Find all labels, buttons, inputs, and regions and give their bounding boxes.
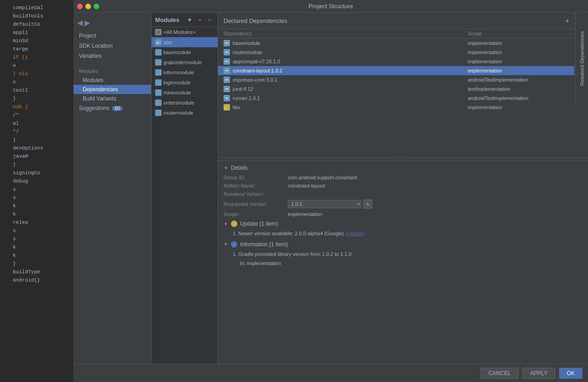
- modules-panel: Modules + − − <All Modules> A app: [151, 13, 218, 364]
- update-chevron-icon: ▼: [224, 221, 228, 227]
- svg-text:L: L: [225, 106, 227, 110]
- detail-group-id: Group ID: com.android.support.constraint: [224, 175, 574, 180]
- maximize-button[interactable]: [94, 4, 99, 9]
- dep-row-appcompat[interactable]: appcompat-v7:26.1.0 implementation: [218, 57, 574, 66]
- module-item-loginmodule[interactable]: loginmodule: [151, 78, 218, 88]
- dialog-footer: CANCEL APPLY OK: [73, 364, 588, 382]
- module-informmodule-label: informmodule: [163, 70, 194, 75]
- remove-module-button[interactable]: −: [196, 16, 204, 24]
- dialog-body: ◀ ▶ Project SDK Location Variables Modul…: [73, 13, 588, 364]
- all-modules-icon: [155, 29, 162, 35]
- nav-sub-item-dependencies[interactable]: Dependencies: [73, 85, 151, 94]
- update-link[interactable]: [Update]: [345, 231, 364, 236]
- traffic-lights: [77, 4, 99, 9]
- svg-rect-9: [156, 100, 161, 105]
- suggestions-row[interactable]: Suggestions 60: [73, 103, 151, 113]
- info-chevron-icon: ▼: [224, 242, 228, 247]
- module-item-app[interactable]: A app: [151, 37, 218, 47]
- module-item-informmodule[interactable]: informmodule: [151, 67, 218, 78]
- svg-rect-4: [156, 50, 161, 55]
- title-bar: Project Structure: [73, 0, 588, 13]
- module-basemodule-label: basemodule: [163, 50, 191, 55]
- resolved-tab-label: Resolved Dependencies: [579, 31, 585, 86]
- dep-row-routermodule[interactable]: routermodule implementation: [218, 48, 574, 57]
- minimize-button[interactable]: [85, 4, 91, 9]
- details-section-title: Details: [231, 165, 248, 171]
- dep-row-espresso-core[interactable]: espresso-core:3.0.1 androidTestImplement…: [218, 75, 574, 84]
- deps-table-header: Dependency Scope: [218, 29, 574, 39]
- modules-panel-header: Modules + − −: [151, 13, 218, 27]
- dependencies-table: Dependency Scope basemodule implementati…: [218, 29, 588, 157]
- dep-jar-icon: [224, 86, 230, 92]
- cancel-button[interactable]: CANCEL: [481, 368, 519, 379]
- details-panel: ▼ Details Group ID: com.android.support.…: [218, 161, 588, 273]
- update-section-toggle[interactable]: ▼ ↑ Update (1 item): [224, 221, 574, 227]
- panel-splitter[interactable]: ⁙⁙⁙: [218, 157, 588, 161]
- left-navigation: ◀ ▶ Project SDK Location Variables Modul…: [73, 13, 151, 364]
- information-section-toggle[interactable]: ▼ i Information (1 item): [224, 241, 574, 248]
- dep-jar-icon: [224, 40, 230, 46]
- nav-sub-item-build-variants[interactable]: Build Variants: [73, 94, 151, 103]
- suggestions-label: Suggestions: [79, 105, 109, 111]
- artifact-name-label: Artifact Name:: [224, 183, 288, 188]
- nav-sub-item-modules[interactable]: Modules: [73, 76, 151, 85]
- module-informmodule-icon: [155, 69, 162, 76]
- dep-name-libs: libs: [233, 105, 468, 110]
- module-app-label: app: [163, 39, 172, 45]
- module-routermodule-icon: [155, 110, 162, 116]
- dep-scope-constraint-layout: implementation: [468, 68, 569, 73]
- module-minemodule-icon: [155, 89, 162, 96]
- collapse-modules-button[interactable]: −: [206, 16, 214, 24]
- dep-row-runner[interactable]: runner:1.0.1 androidTestImplementation: [218, 94, 574, 103]
- details-section-toggle[interactable]: ▼ Details: [224, 165, 574, 171]
- add-dep-button[interactable]: +: [563, 17, 571, 25]
- group-id-label: Group ID:: [224, 175, 288, 180]
- update-item: 1. Newer version available: 2.0.0-alpha4…: [224, 230, 574, 238]
- module-item-basemodule[interactable]: basemodule: [151, 47, 218, 57]
- module-item-ordersmodule[interactable]: ordersmodule: [151, 98, 218, 108]
- module-loginmodule-label: loginmodule: [163, 80, 190, 85]
- detail-artifact-name: Artifact Name: constraint-layout: [224, 183, 574, 188]
- nav-item-variables[interactable]: Variables: [73, 51, 151, 61]
- close-button[interactable]: [77, 4, 83, 9]
- col-scope: Scope: [468, 31, 569, 36]
- module-item-minemodule[interactable]: minemodule: [151, 88, 218, 98]
- info-icon: i: [231, 241, 237, 248]
- module-grabordermodule-label: grabordermodule: [163, 60, 202, 65]
- dep-row-libs[interactable]: L libs implementation: [218, 103, 574, 112]
- dep-row-constraint-layout[interactable]: constraint-layout:1.0.2 implementation: [218, 66, 574, 75]
- dep-jar-icon: [224, 67, 230, 74]
- information-item-2: in: implementation: [224, 260, 574, 267]
- all-modules-item[interactable]: <All Modules>: [151, 27, 218, 37]
- suggestions-badge: 60: [112, 106, 123, 111]
- nav-item-project[interactable]: Project: [73, 31, 151, 41]
- dep-scope-basemodule: implementation: [468, 40, 569, 46]
- requested-version-row: Requested Version: 1.0.2 1.1.0 2.0.0-alp…: [224, 199, 574, 209]
- dep-name-runner: runner:1.0.1: [233, 95, 468, 101]
- information-item-1: 1. Gradle promoted library version from …: [224, 250, 574, 258]
- detail-scope: Scope: implementation: [224, 211, 574, 217]
- forward-arrow-icon[interactable]: ▶: [84, 18, 90, 27]
- update-icon: ↑: [231, 221, 237, 227]
- module-item-grabordermodule[interactable]: grabordermodule: [151, 57, 218, 67]
- version-select[interactable]: 1.0.2 1.1.0 2.0.0-alpha4: [288, 200, 361, 208]
- dep-row-basemodule[interactable]: basemodule implementation: [218, 39, 574, 48]
- module-item-routermodule[interactable]: routermodule: [151, 108, 218, 118]
- nav-section-modules: Modules: [73, 66, 151, 76]
- update-section: ▼ ↑ Update (1 item) 1. Newer version ava…: [224, 221, 574, 238]
- version-select-wrapper: 1.0.2 1.1.0 2.0.0-alpha4 ✎: [288, 199, 372, 209]
- resolved-dependencies-tab[interactable]: Resolved Dependencies: [575, 13, 588, 105]
- apply-button[interactable]: APPLY: [522, 368, 555, 379]
- version-edit-button[interactable]: ✎: [363, 199, 372, 209]
- add-module-button[interactable]: +: [185, 16, 194, 24]
- col-dependency: Dependency: [224, 31, 468, 36]
- nav-item-sdk-location[interactable]: SDK Location: [73, 41, 151, 51]
- svg-rect-6: [156, 70, 161, 75]
- ok-button[interactable]: OK: [559, 368, 582, 379]
- nav-arrows: ◀ ▶: [73, 17, 151, 31]
- modules-panel-actions: + − −: [185, 16, 214, 24]
- dependencies-panel: Declared Dependencies + − Resolved Depen…: [218, 13, 588, 364]
- back-arrow-icon[interactable]: ◀: [77, 18, 83, 27]
- dep-row-junit[interactable]: junit:4.12 testImplementation: [218, 84, 574, 94]
- dep-scope-routermodule: implementation: [468, 50, 569, 55]
